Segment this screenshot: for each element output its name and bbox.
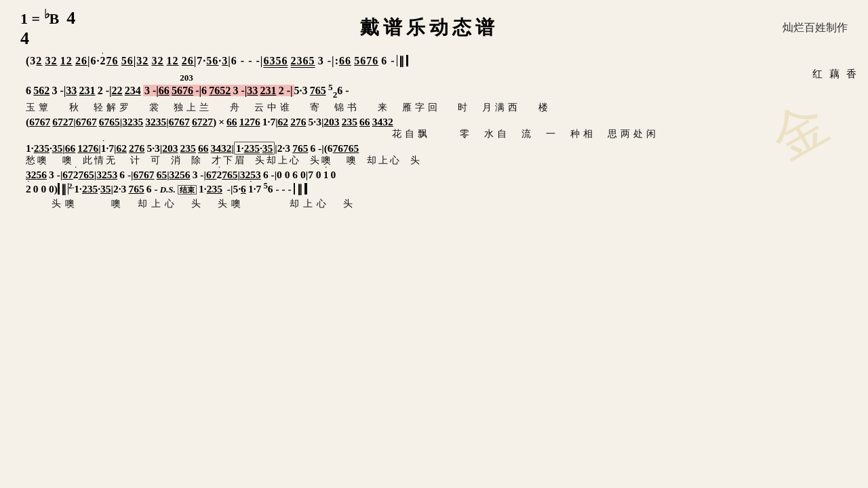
music-line-4: 1·235·35|66 1276|1··7|62 276 5·3|203 235…	[26, 142, 842, 154]
key-signature: 1 = ♭B 44	[20, 7, 75, 49]
lyrics-line-3: 花自飘 零 水自 流 一 种相 思两处闲	[26, 128, 842, 140]
music-line-3: (6767 6727|6767 6765|3235 3235|6767 6727…	[26, 116, 842, 127]
author-label: 灿烂百姓制作	[783, 21, 848, 35]
page: 金 1 = ♭B 44 戴谱乐动态谱 灿烂百姓制作 (32 32 12 26|6…	[0, 0, 868, 488]
header-row: 1 = ♭B 44 戴谱乐动态谱 灿烂百姓制作	[14, 7, 854, 49]
music-line-6: 2· 0 0 0)‖2.1·235·35|2·3 765 6 - D.S. 结束…	[26, 181, 842, 195]
lyrics-line-last: 头噢 噢 却上心 头 头噢 却上心 头	[26, 198, 842, 210]
score-container: (32 32 12 26|6·2·76 56|32 32 12 26|7·56·…	[14, 52, 854, 213]
music-line-5: 3256 3 -|672·765|3253 6 -|6767 65|3256 3…	[26, 169, 842, 180]
music-line-2-row: 203 6 562 3 -|33 231 2 -|22 234 3 -|66 5…	[26, 83, 842, 101]
lyrics-line-1: 红藕香 残	[26, 68, 842, 81]
lyrics-line-2: 玉簟 秋 轻解罗 裳 独上兰 舟 云中谁 寄 锦书 来 雁字回 时 月满西 楼	[26, 102, 842, 114]
music-line-2: 203 6 562 3 -|33 231 2 -|22 234 3 -|66 5…	[26, 83, 349, 100]
page-title: 戴谱乐动态谱	[75, 15, 783, 41]
music-line-1: (32 32 12 26|6·2·76 56|32 32 12 26|7·56·…	[26, 55, 842, 67]
lyrics-line-4: 愁噢 噢 此情无 计 可 消 除 才下眉 头却上心 头噢 噢 却上心 头	[26, 155, 842, 167]
